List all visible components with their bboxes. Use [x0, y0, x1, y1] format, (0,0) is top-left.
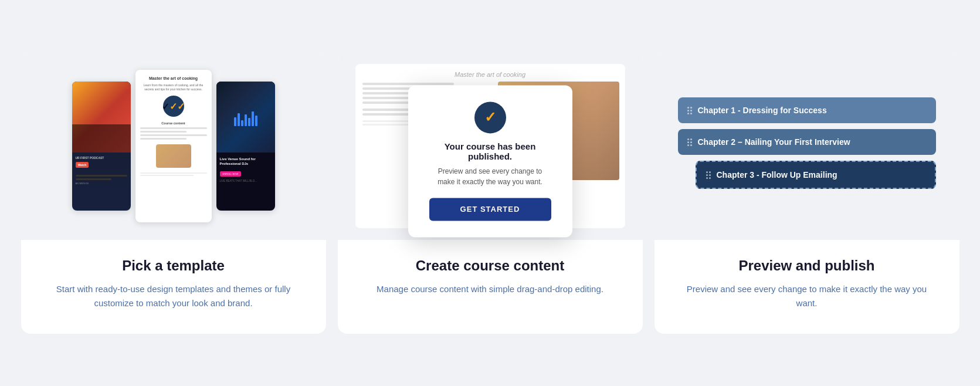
templates-preview: UR FIRST PODCAST Watch AS SEEN IN Master… — [21, 52, 326, 240]
drag-dot-3-5 — [706, 177, 708, 179]
template-thumb-cooking[interactable]: Master the art of cooking Learn from the… — [135, 70, 212, 222]
card1-heading: Pick a template — [45, 258, 303, 274]
drag-dot-row-7 — [706, 171, 711, 173]
chapter-3-title: Chapter 3 - Follow Up Emailing — [717, 170, 837, 180]
get-started-button[interactable]: GET STARTED — [429, 198, 551, 221]
drag-dot-row-9 — [706, 177, 711, 179]
course-bg-title: Master the art of cooking — [362, 71, 618, 78]
card-preview-publish: Chapter 1 - Dressing for Success — [655, 52, 959, 334]
dj-bar-2 — [238, 113, 240, 126]
card2-text: Create course content Manage course cont… — [353, 240, 627, 296]
drag-dot-row-6 — [687, 144, 692, 146]
card3-heading: Preview and publish — [678, 258, 936, 274]
drag-dot-1-2 — [690, 107, 692, 109]
dj-heading: Live Venue Sound for Professional DJs — [220, 157, 272, 167]
card2-description: Manage course content with simple drag-a… — [377, 282, 603, 296]
dj-bg — [216, 82, 275, 153]
drag-dot-2-1 — [687, 138, 689, 140]
modal-title: Your course has been published. — [429, 141, 551, 161]
drag-dot-2-2 — [690, 138, 692, 140]
modal-text: Preview and see every change to make it … — [429, 166, 551, 187]
card3-text: Preview and publish Preview and see ever… — [655, 240, 959, 310]
chapter-item-1[interactable]: Chapter 1 - Dressing for Success — [678, 97, 936, 123]
template-thumb-dj[interactable]: Live Venue Sound for Professional DJs EN… — [216, 82, 275, 211]
drag-dot-row-3 — [687, 113, 692, 114]
drag-dot-3-4 — [709, 174, 711, 176]
dj-bar-1 — [234, 117, 236, 126]
cooking-label: Course content — [161, 121, 185, 125]
publish-preview: Chapter 1 - Dressing for Success — [655, 52, 959, 240]
drag-icon-1 — [687, 107, 692, 114]
drag-dot-row-5 — [687, 141, 692, 143]
card-create-content: Master the art of cooking — [338, 52, 643, 334]
cooking-subtitle: Learn from the masters of cooking, and a… — [140, 83, 207, 91]
cooking-lines — [140, 127, 207, 140]
drag-icon-3 — [706, 171, 711, 179]
card2-heading: Create course content — [377, 258, 603, 274]
card1-text: Pick a template Start with ready-to-use … — [21, 240, 326, 310]
drag-dot-3-2 — [709, 171, 711, 173]
drag-dot-1-3 — [687, 110, 689, 111]
chapter-1-bold: Chapter 1 — [698, 106, 736, 115]
drag-dot-1-4 — [690, 110, 692, 111]
dj-bar-6 — [252, 111, 254, 126]
chapter-3-rest: - Follow Up Emailing — [754, 170, 837, 180]
podcast-label: UR FIRST PODCAST Watch — [72, 153, 131, 171]
podcast-bottom: AS SEEN IN — [72, 171, 131, 188]
dj-text: Live Venue Sound for Professional DJs EN… — [216, 153, 275, 187]
drag-dot-row-2 — [687, 110, 692, 111]
features-container: UR FIRST PODCAST Watch AS SEEN IN Master… — [21, 52, 959, 334]
cooking-line-4 — [140, 138, 187, 140]
dj-bars — [234, 109, 257, 126]
chapter-item-2[interactable]: Chapter 2 – Nailing Your First Interview — [678, 129, 936, 155]
chapter-2-title: Chapter 2 – Nailing Your First Interview — [698, 137, 850, 147]
podcast-badge: Watch — [76, 162, 89, 168]
chapter-1-rest: - Dressing for Success — [735, 106, 827, 115]
drag-dot-3-1 — [706, 171, 708, 173]
drag-dot-row-8 — [706, 174, 711, 176]
cooking-title: Master the art of cooking — [149, 76, 198, 81]
card-pick-template: UR FIRST PODCAST Watch AS SEEN IN Master… — [21, 52, 326, 334]
cooking-line-2 — [140, 131, 187, 133]
chapter-2-rest: – Nailing Your First Interview — [735, 137, 850, 147]
card3-description: Preview and see every change to make it … — [678, 282, 936, 310]
drag-icon-2 — [687, 138, 692, 146]
drag-dot-1-1 — [687, 107, 689, 109]
podcast-image — [72, 82, 131, 153]
cooking-line-1 — [140, 127, 207, 129]
drag-dot-2-6 — [690, 144, 692, 146]
card1-description: Start with ready-to-use design templates… — [45, 282, 303, 310]
dj-footer: LIVE BEATS THAT WILL BLO... — [220, 180, 272, 182]
chapter-1-title: Chapter 1 - Dressing for Success — [698, 106, 827, 115]
drag-dot-3-3 — [706, 174, 708, 176]
drag-dot-1-6 — [690, 113, 692, 114]
drag-dot-1-5 — [687, 113, 689, 114]
chapter-item-3[interactable]: Chapter 3 - Follow Up Emailing — [696, 161, 936, 189]
chapter-3-bold: Chapter 3 — [717, 170, 755, 180]
drag-dot-2-3 — [687, 141, 689, 143]
course-preview: Master the art of cooking — [338, 52, 643, 240]
drag-dot-2-4 — [690, 141, 692, 143]
drag-dot-row-4 — [687, 138, 692, 140]
dj-bar-4 — [245, 114, 247, 126]
modal-check-symbol: ✓ — [484, 109, 496, 126]
course-modal: ✓ Your course has been published. Previe… — [408, 85, 572, 237]
cooking-check-icon: ✓ — [163, 96, 184, 117]
drag-dot-2-5 — [687, 144, 689, 146]
check-symbol: ✓ — [162, 96, 177, 117]
cooking-line-3 — [140, 134, 207, 136]
dj-bar-3 — [241, 120, 243, 126]
drag-dot-row-1 — [687, 107, 692, 109]
chapter-2-bold: Chapter 2 — [698, 137, 736, 147]
template-thumb-podcast[interactable]: UR FIRST PODCAST Watch AS SEEN IN — [72, 82, 131, 211]
modal-check-icon: ✓ — [474, 101, 506, 133]
cooking-food-image — [156, 144, 191, 168]
drag-dot-3-6 — [709, 177, 711, 179]
dj-button[interactable]: ENROLL NOW — [220, 171, 242, 177]
dj-bar-7 — [255, 116, 257, 126]
dj-bar-5 — [248, 118, 250, 126]
